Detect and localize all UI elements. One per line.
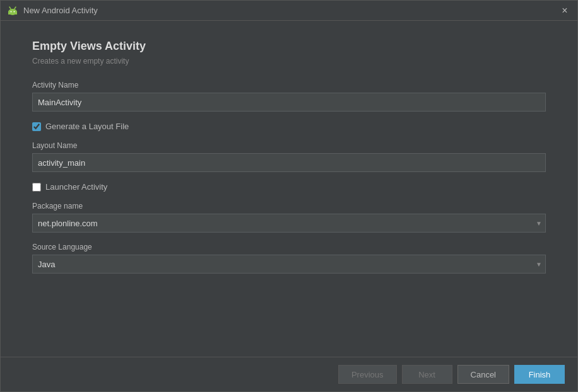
title-bar: New Android Activity × bbox=[1, 1, 577, 21]
previous-button[interactable]: Previous bbox=[338, 365, 397, 384]
layout-name-input[interactable] bbox=[32, 153, 546, 172]
android-icon bbox=[7, 5, 18, 16]
svg-line-4 bbox=[9, 7, 11, 9]
source-language-label: Source Language bbox=[32, 243, 546, 251]
svg-line-5 bbox=[15, 7, 16, 9]
package-name-label: Package name bbox=[32, 202, 546, 210]
activity-name-input[interactable] bbox=[32, 93, 546, 112]
generate-layout-checkbox[interactable] bbox=[32, 122, 41, 131]
activity-name-group: Activity Name bbox=[32, 81, 546, 112]
cancel-button[interactable]: Cancel bbox=[457, 365, 509, 384]
section-subtitle: Creates a new empty activity bbox=[32, 57, 546, 66]
generate-layout-label[interactable]: Generate a Layout File bbox=[45, 122, 129, 131]
source-language-group: Source Language Java Kotlin ▼ bbox=[32, 243, 546, 274]
source-language-select-wrapper: Java Kotlin ▼ bbox=[32, 255, 546, 274]
dialog: New Android Activity × Empty Views Activ… bbox=[0, 0, 578, 392]
package-name-select[interactable]: net.plonline.com bbox=[32, 214, 546, 233]
layout-name-group: Layout Name bbox=[32, 141, 546, 172]
svg-point-2 bbox=[11, 11, 12, 12]
generate-layout-group: Generate a Layout File bbox=[32, 122, 546, 131]
source-language-select[interactable]: Java Kotlin bbox=[32, 255, 546, 274]
close-button[interactable]: × bbox=[558, 4, 571, 17]
launcher-activity-checkbox[interactable] bbox=[32, 183, 41, 192]
section-title: Empty Views Activity bbox=[32, 40, 546, 53]
launcher-activity-group: Launcher Activity bbox=[32, 182, 546, 192]
activity-name-label: Activity Name bbox=[32, 81, 546, 89]
launcher-activity-label[interactable]: Launcher Activity bbox=[45, 182, 107, 192]
next-button[interactable]: Next bbox=[402, 365, 452, 384]
layout-name-label: Layout Name bbox=[32, 141, 546, 150]
package-name-group: Package name net.plonline.com ▼ bbox=[32, 202, 546, 233]
finish-button[interactable]: Finish bbox=[514, 365, 565, 384]
svg-point-3 bbox=[14, 11, 15, 12]
dialog-footer: Previous Next Cancel Finish bbox=[1, 357, 577, 391]
dialog-title: New Android Activity bbox=[23, 6, 558, 15]
svg-rect-1 bbox=[8, 11, 17, 14]
package-name-select-wrapper: net.plonline.com ▼ bbox=[32, 214, 546, 233]
dialog-content: Empty Views Activity Creates a new empty… bbox=[1, 21, 577, 357]
